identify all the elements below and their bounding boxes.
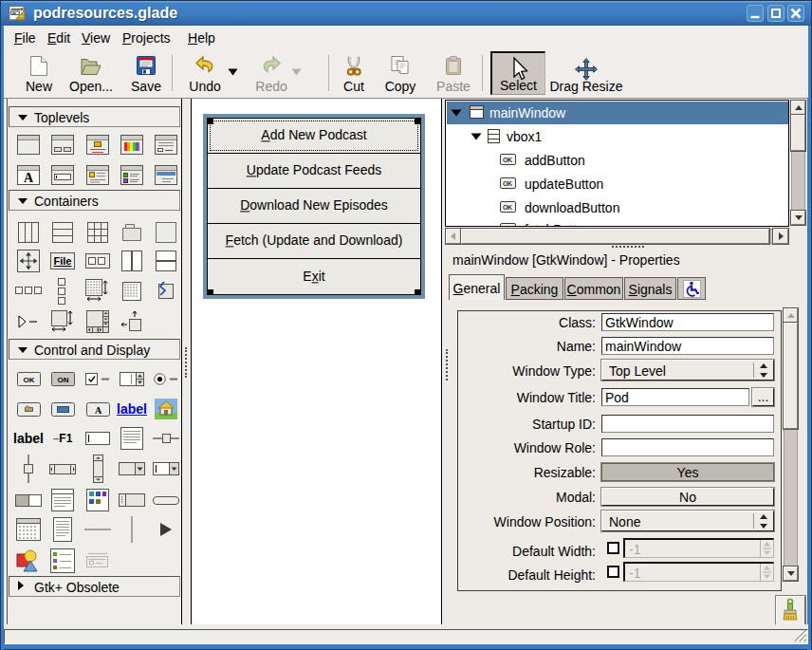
svg-text:ON: ON (57, 375, 68, 383)
svg-text:OK: OK (23, 375, 34, 383)
svg-text:File: File (54, 255, 72, 267)
svg-text:A: A (24, 171, 34, 185)
svg-text:A: A (94, 404, 102, 415)
